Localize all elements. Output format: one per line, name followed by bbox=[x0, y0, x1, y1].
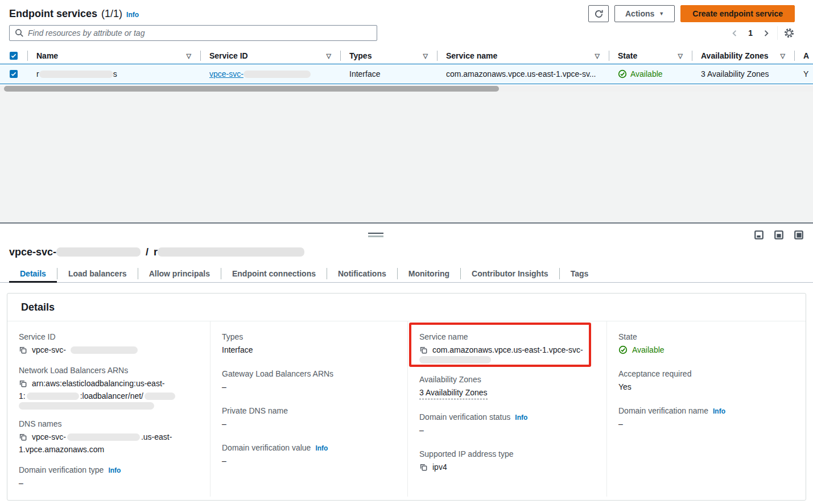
cell-state: Available bbox=[609, 69, 692, 79]
chevron-left-icon bbox=[731, 29, 739, 38]
column-header-clipped[interactable]: A bbox=[794, 48, 813, 64]
create-endpoint-service-button[interactable]: Create endpoint service bbox=[680, 5, 795, 22]
copy-icon[interactable] bbox=[19, 433, 27, 441]
field-state: State Available bbox=[618, 332, 794, 356]
copy-icon[interactable] bbox=[19, 379, 27, 388]
tab-monitoring[interactable]: Monitoring bbox=[398, 265, 460, 282]
table-preferences-button[interactable] bbox=[783, 27, 795, 39]
info-link[interactable]: Info bbox=[108, 466, 121, 474]
toolbar: 1 bbox=[9, 24, 795, 42]
header-info-link[interactable]: Info bbox=[126, 11, 139, 19]
row-checkbox[interactable] bbox=[10, 70, 18, 78]
actions-button[interactable]: Actions▼ bbox=[614, 5, 675, 22]
search-box[interactable] bbox=[9, 25, 377, 41]
field-dns-names: DNS names vpce-svc-.us-east- 1.vpce.amaz… bbox=[19, 419, 199, 456]
caret-down-icon: ▼ bbox=[659, 11, 664, 16]
info-link[interactable]: Info bbox=[515, 414, 527, 422]
header-actions: Actions▼ Create endpoint service bbox=[588, 5, 795, 22]
next-page-button[interactable] bbox=[761, 28, 771, 39]
redacted-text bbox=[158, 247, 304, 257]
field-supported-ip-address-type: Supported IP address type ipv4 bbox=[419, 449, 595, 473]
table-row[interactable]: rs vpce-svc- Interface com.amazonaws.vpc… bbox=[0, 64, 813, 84]
panel-size-small-button[interactable] bbox=[754, 230, 764, 240]
redacted-text bbox=[27, 393, 79, 400]
details-card-heading: Details bbox=[7, 294, 806, 321]
filter-icon[interactable]: ▽ bbox=[187, 52, 191, 60]
filter-icon[interactable]: ▽ bbox=[678, 52, 683, 60]
cell-availability-zones: 3 Availability Zones bbox=[692, 69, 794, 79]
tab-endpoint-connections[interactable]: Endpoint connections bbox=[221, 265, 327, 282]
vpc-endpoint-services-page: Endpoint services (1/1) Info Actions▼ Cr… bbox=[0, 0, 813, 504]
previous-page-button[interactable] bbox=[729, 28, 740, 39]
column-header-service-name[interactable]: Service name▽ bbox=[437, 48, 609, 64]
filter-icon[interactable]: ▽ bbox=[595, 52, 600, 60]
panel-small-icon bbox=[754, 230, 764, 240]
check-icon bbox=[10, 71, 17, 77]
field-service-id: Service ID vpce-svc- bbox=[19, 332, 199, 356]
page-title: Endpoint services bbox=[9, 8, 97, 20]
pagination: 1 bbox=[729, 26, 795, 40]
redacted-text bbox=[39, 71, 113, 78]
actions-button-label: Actions bbox=[625, 9, 654, 18]
select-all-checkbox[interactable] bbox=[10, 52, 18, 60]
cell-clipped: Y bbox=[794, 69, 813, 79]
field-gateway-load-balancers-arns: Gateway Load Balancers ARNs – bbox=[222, 369, 396, 393]
redacted-text bbox=[67, 433, 140, 441]
info-link[interactable]: Info bbox=[315, 444, 328, 452]
panel-size-medium-button[interactable] bbox=[774, 230, 784, 240]
available-status-icon bbox=[618, 69, 627, 79]
column-header-service-id[interactable]: Service ID▽ bbox=[200, 48, 340, 64]
gear-icon bbox=[783, 27, 795, 39]
horizontal-scrollbar-thumb[interactable] bbox=[4, 86, 499, 92]
search-input[interactable] bbox=[28, 28, 372, 38]
service-id-link[interactable]: vpce-svc- bbox=[209, 69, 311, 79]
content-background bbox=[0, 92, 813, 222]
field-availability-zones: Availability Zones 3 Availability Zones bbox=[419, 375, 595, 399]
tab-contributor-insights[interactable]: Contributor Insights bbox=[461, 265, 559, 282]
cell-types: Interface bbox=[340, 69, 437, 79]
field-domain-verification-value: Domain verification valueInfo – bbox=[222, 443, 396, 467]
redacted-text bbox=[145, 393, 175, 400]
availability-zones-link[interactable]: 3 Availability Zones bbox=[419, 386, 488, 399]
refresh-icon bbox=[594, 9, 604, 19]
details-columns: Service ID vpce-svc- Network Load Balanc… bbox=[7, 321, 806, 497]
tab-tags[interactable]: Tags bbox=[560, 265, 600, 282]
resource-count: (1/1) bbox=[101, 8, 122, 20]
split-panel: vpce-svc- / r Details Load balancers All… bbox=[0, 222, 813, 504]
details-column-4: State Available Acceptance required Yes … bbox=[606, 321, 806, 497]
cell-service-id: vpce-svc- bbox=[200, 69, 340, 79]
field-private-dns-name: Private DNS name – bbox=[222, 406, 396, 430]
pagination-divider bbox=[777, 26, 778, 40]
column-header-types[interactable]: Types▽ bbox=[340, 48, 437, 64]
panel-large-icon bbox=[794, 230, 804, 240]
table-header: Name▽ Service ID▽ Types▽ Service name▽ S… bbox=[0, 48, 813, 64]
split-panel-size-controls bbox=[754, 230, 804, 240]
info-link[interactable]: Info bbox=[713, 407, 725, 415]
field-domain-verification-status: Domain verification statusInfo – bbox=[419, 412, 595, 436]
details-column-3: Service name com.amazonaws.vpce.us-east-… bbox=[407, 321, 606, 497]
copy-icon[interactable] bbox=[19, 346, 27, 354]
endpoint-services-table: Name▽ Service ID▽ Types▽ Service name▽ S… bbox=[0, 48, 813, 92]
tab-notifications[interactable]: Notifications bbox=[327, 265, 397, 282]
filter-icon[interactable]: ▽ bbox=[327, 52, 331, 60]
tab-load-balancers[interactable]: Load balancers bbox=[57, 265, 138, 282]
page-header: Endpoint services (1/1) Info Actions▼ Cr… bbox=[9, 5, 795, 23]
availability-zones-link[interactable]: 3 Availability Zones bbox=[701, 69, 769, 79]
tab-allow-principals[interactable]: Allow principals bbox=[138, 265, 221, 282]
current-page-number[interactable]: 1 bbox=[746, 28, 755, 38]
panel-size-large-button[interactable] bbox=[794, 230, 804, 240]
refresh-button[interactable] bbox=[588, 5, 609, 22]
copy-icon[interactable] bbox=[419, 463, 428, 472]
column-header-state[interactable]: State▽ bbox=[609, 48, 692, 64]
column-header-name[interactable]: Name▽ bbox=[27, 48, 200, 64]
field-types: Types Interface bbox=[222, 332, 396, 356]
filter-icon[interactable]: ▽ bbox=[423, 52, 428, 60]
split-panel-drag-handle[interactable] bbox=[368, 233, 383, 237]
search-icon bbox=[15, 28, 24, 38]
copy-icon[interactable] bbox=[419, 346, 428, 354]
details-card: Details Service ID vpce-svc- Network Loa… bbox=[7, 293, 806, 501]
column-header-availability-zones[interactable]: Availability Zones▽ bbox=[692, 48, 794, 64]
tab-details[interactable]: Details bbox=[9, 265, 57, 282]
cell-service-name: com.amazonaws.vpce.us-east-1.vpce-sv... bbox=[437, 69, 609, 79]
filter-icon[interactable]: ▽ bbox=[781, 52, 785, 60]
